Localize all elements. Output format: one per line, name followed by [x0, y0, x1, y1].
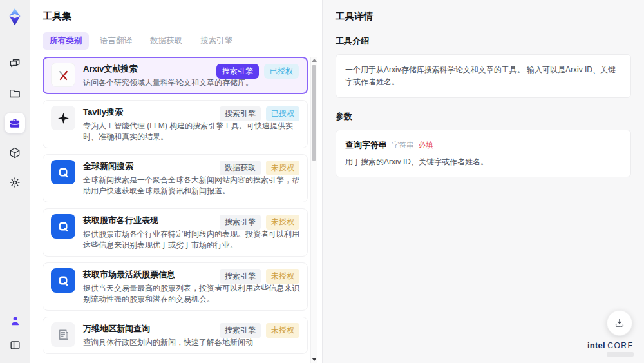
- sidebar-item-avatar[interactable]: [6, 311, 24, 329]
- category-badge: 搜索引擎: [216, 64, 259, 79]
- category-tab[interactable]: 搜索引擎: [193, 32, 240, 50]
- tool-card-qnews[interactable]: 获取股市各行业表现 提供股票市场各个行业在特定时间段内的表现。投资者可以利用这些…: [43, 208, 308, 257]
- intro-heading: 工具介绍: [336, 35, 631, 47]
- app-logo-icon[interactable]: [5, 7, 24, 26]
- tool-description: 提供股票市场各个行业在特定时间段内的表现。投资者可以利用这些信息来识别表现优于或…: [83, 229, 299, 251]
- parameter-name: 查询字符串: [345, 139, 387, 151]
- sidebar-item-gear[interactable]: [5, 172, 25, 193]
- category-tab[interactable]: 所有类别: [43, 32, 89, 50]
- tool-detail-panel: 工具详情 工具介绍 一个用于从Arxiv存储库搜索科学论文和文章的工具。 输入可…: [322, 0, 644, 363]
- app-window: 工具集 所有类别语言翻译数据获取搜索引擎 Arxiv文献搜索 访问各个研究领域大…: [0, 0, 644, 363]
- qnews-icon: [51, 160, 75, 184]
- intro-text: 一个用于从Arxiv存储库搜索科学论文和文章的工具。 输入可以是Arxiv ID…: [345, 64, 621, 88]
- icon-sidebar: [0, 0, 30, 363]
- arxiv-icon: [51, 63, 75, 87]
- sidebar-nav: [5, 54, 25, 193]
- sidebar-item-chat[interactable]: [5, 54, 25, 74]
- qnews-icon: [51, 214, 75, 239]
- tool-card-qnews[interactable]: 全球新闻搜索 全球新闻搜索是一个聚合全球各大新闻网站内容的搜索引擎，帮助用户快速…: [43, 154, 308, 202]
- category-badge: 搜索引擎: [220, 269, 261, 284]
- parameter-description: 用于搜索的Arxiv ID、关键字或作者姓名。: [345, 157, 621, 168]
- sidebar-item-cube[interactable]: [5, 142, 25, 163]
- page-title: 工具集: [43, 10, 322, 23]
- scrollbar-thumb[interactable]: [312, 65, 316, 161]
- gear-icon: [8, 176, 21, 189]
- category-tab[interactable]: 数据获取: [143, 32, 189, 50]
- scroll-down-arrow-icon[interactable]: [312, 358, 317, 361]
- panel-toggle-icon: [9, 339, 21, 351]
- category-badge: 搜索引擎: [220, 215, 261, 230]
- category-badge: 数据获取: [220, 161, 261, 175]
- sidebar-item-toolbox[interactable]: [5, 113, 25, 133]
- sparkle-icon: [51, 106, 75, 130]
- status-badge: 未授权: [266, 269, 299, 284]
- tool-card-newspaper[interactable]: 万维地区新闻查询 查询具体行政区划内的新闻，快速了解各地新闻动 搜索引擎 未授权: [43, 317, 308, 354]
- tool-description: 查询具体行政区划内的新闻，快速了解各地新闻动: [83, 337, 299, 348]
- tool-list-panel: 工具集 所有类别语言翻译数据获取搜索引擎 Arxiv文献搜索 访问各个研究领域大…: [30, 0, 322, 363]
- category-tabs: 所有类别语言翻译数据获取搜索引擎: [43, 32, 322, 50]
- status-badge: 已授权: [266, 106, 299, 121]
- avatar-icon: [9, 315, 21, 327]
- intel-logo-mark: [607, 352, 634, 357]
- status-badge: 未授权: [266, 323, 299, 338]
- qnews-icon: [51, 268, 75, 293]
- params-heading: 参数: [336, 111, 631, 123]
- intel-core-logo: intel CORE: [587, 341, 634, 357]
- folder-icon: [8, 87, 21, 100]
- category-badge: 搜索引擎: [220, 106, 261, 121]
- category-tab[interactable]: 语言翻译: [93, 32, 139, 50]
- tool-card-sparkle[interactable]: Tavily搜索 专为人工智能代理 (LLM) 构建的搜索引擎工具。可快速提供实…: [43, 100, 308, 148]
- tool-description: 访问各个研究领域大量科学论文和文章的存储库。: [83, 77, 299, 88]
- cube-icon: [8, 146, 21, 159]
- download-icon: [613, 317, 626, 329]
- tool-card-qnews[interactable]: 获取市场最活跃股票信息 提供当天交易量最高的股票列表，投资者可以利用这些信息来识…: [43, 262, 308, 311]
- newspaper-icon: [51, 322, 75, 347]
- scrollbar[interactable]: [310, 57, 317, 363]
- parameter-type: 字符串: [392, 141, 414, 150]
- sidebar-item-folder[interactable]: [5, 83, 25, 104]
- tool-description: 专为人工智能代理 (LLM) 构建的搜索引擎工具。可快速提供实时、准确和真实的结…: [83, 121, 299, 142]
- scroll-up-arrow-icon[interactable]: [312, 59, 317, 62]
- toolbox-icon: [8, 117, 21, 130]
- status-badge: 未授权: [266, 161, 299, 175]
- status-badge: 已授权: [264, 64, 299, 79]
- sidebar-bottom: [6, 311, 24, 354]
- tool-list: Arxiv文献搜索 访问各个研究领域大量科学论文和文章的存储库。 搜索引擎 已授…: [43, 57, 317, 363]
- parameter-required-badge: 必填: [419, 141, 433, 150]
- parameter-card: 查询字符串 字符串 必填 用于搜索的Arxiv ID、关键字或作者姓名。: [336, 130, 631, 177]
- category-badge: 搜索引擎: [220, 323, 261, 338]
- tool-card-arxiv[interactable]: Arxiv文献搜索 访问各个研究领域大量科学论文和文章的存储库。 搜索引擎 已授…: [43, 57, 308, 94]
- params-list: 查询字符串 字符串 必填 用于搜索的Arxiv ID、关键字或作者姓名。: [336, 130, 631, 177]
- tool-description: 提供当天交易量最高的股票列表，投资者可以利用这些信息来识别流动性强的股票和潜在的…: [83, 283, 299, 305]
- chat-icon: [8, 57, 21, 70]
- tool-description: 全球新闻搜索是一个聚合全球各大新闻网站内容的搜索引擎，帮助用户快速获取全球最新资…: [83, 175, 299, 197]
- intro-card: 一个用于从Arxiv存储库搜索科学论文和文章的工具。 输入可以是Arxiv ID…: [336, 54, 631, 98]
- sidebar-item-panel-toggle[interactable]: [6, 336, 24, 354]
- detail-title: 工具详情: [336, 10, 631, 23]
- status-badge: 未授权: [266, 215, 299, 230]
- download-button[interactable]: [607, 310, 632, 336]
